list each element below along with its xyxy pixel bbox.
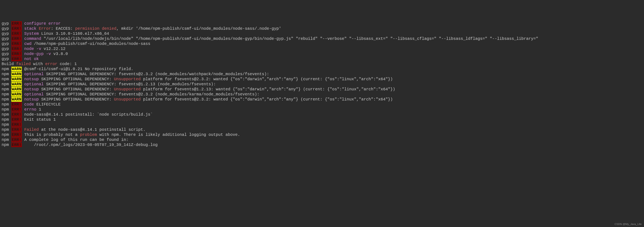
terminal-segment: stack <box>24 26 36 31</box>
terminal-segment: node-gyp -v <box>24 52 51 56</box>
terminal-segment: optional <box>24 92 44 97</box>
terminal-segment: @csmf-cli/csmf-ui@1.0.21 No repository f… <box>22 67 133 71</box>
terminal-segment <box>22 26 24 31</box>
terminal-line: npm WARN notsup SKIPPING OPTIONAL DEPEND… <box>2 87 642 92</box>
terminal-segment: npm <box>2 117 11 122</box>
terminal-segment: Unsupported <box>114 97 140 102</box>
terminal-segment: npm <box>2 102 11 107</box>
terminal-segment: ERR! <box>11 47 22 51</box>
terminal-segment: npm <box>2 112 11 117</box>
terminal-line: gyp ERR! System Linux 3.10.0-1160.el7.x8… <box>2 31 642 36</box>
terminal-segment: at the node-sass@4.14.1 postinstall scri… <box>39 127 146 132</box>
terminal-segment <box>22 36 24 41</box>
terminal-line: npm ERR! Exit status 1 <box>2 117 642 122</box>
terminal-line: gyp ERR! node-gyp -v v3.8.0 <box>2 51 642 56</box>
terminal-segment <box>22 107 24 112</box>
terminal-segment <box>22 42 24 46</box>
terminal-segment: notsup <box>24 97 39 102</box>
terminal-segment: v3.8.0 <box>51 52 68 56</box>
terminal-segment: npm <box>2 132 11 137</box>
terminal-line: npm WARN optional SKIPPING OPTIONAL DEPE… <box>2 82 642 87</box>
terminal-segment: npm <box>2 107 11 112</box>
terminal-segment: Linux 3.10.0-1160.el7.x86_64 <box>39 31 109 36</box>
terminal-segment <box>22 77 24 81</box>
terminal-line: gyp ERR! stack Error: EACCES: permission… <box>2 26 642 31</box>
terminal-segment: ERR! <box>11 36 22 41</box>
terminal-segment: ERR! <box>11 21 22 26</box>
terminal-output: gyp ERR! configure errorgyp ERR! stack E… <box>2 21 642 147</box>
terminal-segment <box>22 97 24 102</box>
terminal-segment: 1 <box>36 107 41 112</box>
terminal-segment: platform for fsevents@2.3.2: wanted {"os… <box>140 97 393 102</box>
terminal-line: npm ERR! <box>2 122 642 127</box>
terminal-line: gyp ERR! configure error <box>2 21 642 26</box>
terminal-segment: ERR! <box>11 112 22 117</box>
terminal-segment: code <box>24 102 34 107</box>
terminal-segment: WARN <box>11 77 22 81</box>
terminal-segment: : EACCES: <box>51 26 75 31</box>
terminal-segment: npm <box>2 97 11 102</box>
terminal-line: gyp ERR! node -v v12.22.12 <box>2 46 642 51</box>
terminal-segment: SKIPPING OPTIONAL DEPENDENCY: fsevents@2… <box>44 72 269 76</box>
terminal-segment: npm <box>2 92 11 97</box>
terminal-line: gyp ERR! not ok <box>2 56 642 62</box>
terminal-segment: WARN <box>11 67 22 71</box>
terminal-segment: SKIPPING OPTIONAL DEPENDENCY: fsevents@1… <box>44 82 216 87</box>
terminal-segment: ERR! <box>11 107 22 112</box>
terminal-segment <box>22 127 24 132</box>
terminal-segment: WARN <box>11 92 22 97</box>
terminal-segment: ERR! <box>11 57 22 61</box>
terminal-segment: npm <box>2 72 11 76</box>
terminal-segment: npm <box>2 127 11 132</box>
terminal-segment: WARN <box>11 87 22 92</box>
terminal-segment <box>22 72 24 76</box>
terminal-segment: problem <box>80 132 97 137</box>
terminal-segment: A complete log of this run can be found … <box>22 137 128 142</box>
terminal-segment: platform for fsevents@1.2.13: wanted {"o… <box>140 87 395 92</box>
terminal-segment <box>22 31 24 36</box>
terminal-segment: ERR! <box>11 127 22 132</box>
terminal-segment: Unsupported <box>114 87 140 92</box>
terminal-segment: gyp <box>2 21 11 26</box>
terminal-segment: SKIPPING OPTIONAL DEPENDENCY: <box>39 77 114 81</box>
terminal-segment: gyp <box>2 57 11 61</box>
terminal-segment: failed <box>16 62 31 66</box>
terminal-segment: /root/.npm/_logs/2023-08-05T07_19_39_141… <box>22 142 158 147</box>
terminal-segment: not ok <box>24 57 39 61</box>
terminal-segment: ERR! <box>11 137 22 142</box>
terminal-segment <box>22 87 24 92</box>
terminal-line: npm ERR! node-sass@4.14.1 postinstall: `… <box>2 112 642 117</box>
terminal-line: npm ERR! A complete log of this run can … <box>2 137 642 142</box>
terminal-segment: gyp <box>2 42 11 46</box>
terminal-segment: SKIPPING OPTIONAL DEPENDENCY: fsevents@2… <box>44 92 260 97</box>
terminal-segment: Error <box>39 26 51 31</box>
terminal-line: npm ERR! errno 1 <box>2 107 642 112</box>
terminal-segment: npm <box>2 87 11 92</box>
terminal-segment <box>22 47 24 51</box>
terminal-segment: npm <box>2 82 11 87</box>
terminal-segment <box>22 82 24 87</box>
terminal-segment: Unsupported <box>114 77 140 81</box>
terminal-segment: , mkdir '/home/npm-publish/csmf-ui/node_… <box>116 26 281 31</box>
terminal-segment <box>22 57 24 61</box>
terminal-line: npm WARN optional SKIPPING OPTIONAL DEPE… <box>2 72 642 77</box>
terminal-line: npm ERR! code ELIFECYCLE <box>2 102 642 107</box>
terminal-segment <box>36 26 39 31</box>
terminal-segment: configure error <box>24 21 60 26</box>
terminal-segment: notsup <box>24 77 39 81</box>
terminal-segment: with <box>31 62 45 66</box>
terminal-segment: ELIFECYCLE <box>34 102 60 107</box>
terminal-segment: SKIPPING OPTIONAL DEPENDENCY: <box>39 97 114 102</box>
terminal-segment: ERR! <box>11 122 22 127</box>
terminal-line: npm WARN notsup SKIPPING OPTIONAL DEPEND… <box>2 97 642 102</box>
terminal-segment: Build <box>2 62 16 66</box>
terminal-line: npm ERR! /root/.npm/_logs/2023-08-05T07_… <box>2 142 642 147</box>
terminal-segment: npm <box>2 67 11 71</box>
terminal-segment: node-sass@4.14.1 postinstall: `node scri… <box>22 112 153 117</box>
terminal-segment: /home/npm-publish/csmf-ui/node_modules/n… <box>32 42 150 46</box>
terminal-segment <box>22 102 24 107</box>
terminal-segment: SKIPPING OPTIONAL DEPENDENCY: <box>39 87 114 92</box>
terminal-segment: code: 1 <box>57 62 77 66</box>
terminal-segment: ERR! <box>11 132 22 137</box>
terminal-segment: Exit status 1 <box>22 117 56 122</box>
